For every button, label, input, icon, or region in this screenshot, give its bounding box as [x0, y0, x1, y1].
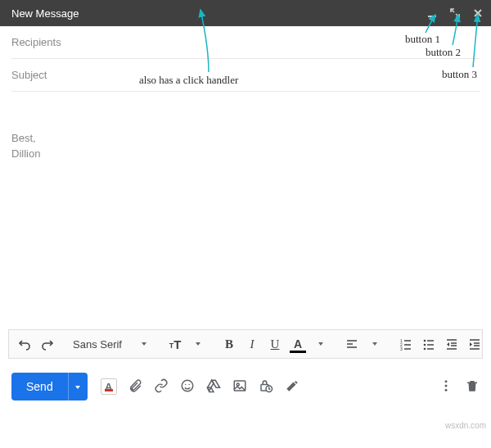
subject-field[interactable]: Subject	[11, 59, 480, 92]
align-button[interactable]	[341, 333, 363, 355]
recipients-label: Recipients	[11, 36, 61, 48]
svg-text:3: 3	[400, 346, 403, 351]
font-family-label: Sans Serif	[73, 338, 122, 351]
fullscreen-button[interactable]	[448, 7, 462, 20]
text-format-button[interactable]: A	[101, 378, 117, 395]
undo-icon	[18, 337, 31, 351]
redo-icon	[41, 337, 54, 351]
align-dropdown[interactable]	[364, 333, 385, 355]
svg-point-36	[445, 384, 448, 387]
body-line-1: Best,	[11, 131, 480, 147]
red-underline	[105, 389, 113, 391]
paperclip-icon	[128, 378, 142, 396]
underline-button[interactable]: U	[264, 333, 286, 355]
font-family-dropdown[interactable]	[133, 333, 155, 355]
discard-draft-button[interactable]	[465, 378, 480, 396]
svg-point-29	[185, 383, 187, 385]
send-button[interactable]: Send	[11, 373, 68, 400]
bulleted-list-button[interactable]	[418, 333, 439, 355]
send-options-dropdown[interactable]	[68, 373, 88, 400]
watermark: wsxdn.com	[445, 421, 486, 430]
chevron-down-icon	[372, 341, 378, 347]
bold-button[interactable]: B	[218, 333, 240, 355]
big-t-icon: T	[173, 337, 181, 351]
pen-icon	[285, 378, 300, 396]
text-color-dropdown[interactable]	[310, 333, 331, 355]
svg-point-37	[445, 388, 448, 391]
font-family-select[interactable]: Sans Serif	[68, 333, 132, 355]
numbered-list-button[interactable]: 123	[395, 333, 417, 355]
small-t-icon: T	[169, 342, 174, 350]
svg-point-18	[424, 348, 426, 351]
indent-more-icon	[468, 337, 481, 351]
more-vertical-icon	[439, 382, 453, 396]
italic-button[interactable]: I	[241, 333, 263, 355]
undo-button[interactable]	[14, 333, 35, 355]
insert-signature-button[interactable]	[284, 378, 300, 395]
trash-icon	[465, 382, 480, 396]
svg-point-30	[188, 383, 190, 385]
body-line-2: Dillion	[11, 147, 480, 162]
confidential-mode-button[interactable]	[258, 378, 274, 395]
minimize-button[interactable]	[426, 7, 439, 20]
svg-point-16	[424, 344, 426, 346]
indent-less-icon	[445, 337, 458, 351]
window-title: New Message	[11, 7, 79, 20]
font-size-button[interactable]: TT	[164, 333, 186, 355]
chevron-down-icon	[141, 341, 147, 347]
header-clickable-area[interactable]	[79, 0, 426, 26]
fullscreen-icon	[449, 7, 461, 19]
align-left-icon	[345, 337, 358, 351]
bottom-bar: Send A	[0, 365, 491, 408]
indent-less-button[interactable]	[441, 333, 462, 355]
svg-point-32	[236, 383, 239, 386]
minimize-icon	[426, 7, 438, 19]
image-icon	[232, 378, 247, 396]
link-icon	[154, 378, 169, 396]
insert-drive-button[interactable]	[205, 378, 222, 395]
svg-point-35	[445, 380, 448, 382]
recipients-field[interactable]: Recipients	[11, 26, 480, 59]
chevron-down-icon	[195, 341, 201, 347]
attach-file-button[interactable]	[127, 378, 143, 395]
subject-label: Subject	[11, 69, 47, 81]
svg-point-28	[182, 380, 193, 391]
indent-more-button[interactable]	[464, 333, 485, 355]
svg-point-14	[424, 340, 426, 342]
message-body[interactable]: Best, Dillion	[0, 92, 491, 329]
chevron-down-icon	[318, 341, 324, 347]
font-size-dropdown[interactable]	[187, 333, 209, 355]
drive-icon	[206, 378, 221, 396]
insert-link-button[interactable]	[153, 378, 169, 395]
redo-button[interactable]	[37, 333, 58, 355]
text-color-button[interactable]: A	[287, 333, 309, 355]
formatting-toolbar: Sans Serif TT B I U A 123	[8, 329, 483, 359]
send-button-group: Send	[11, 373, 88, 400]
color-bar	[290, 351, 306, 353]
insert-photo-button[interactable]	[232, 378, 248, 395]
numbered-list-icon: 123	[399, 337, 412, 351]
more-options-button[interactable]	[439, 378, 453, 396]
bulleted-list-icon	[422, 337, 435, 351]
lock-clock-icon	[259, 378, 273, 396]
close-icon	[472, 7, 484, 19]
emoji-icon	[180, 378, 195, 396]
insert-emoji-button[interactable]	[179, 378, 196, 395]
close-button[interactable]	[471, 7, 484, 20]
chevron-down-icon	[74, 381, 81, 393]
